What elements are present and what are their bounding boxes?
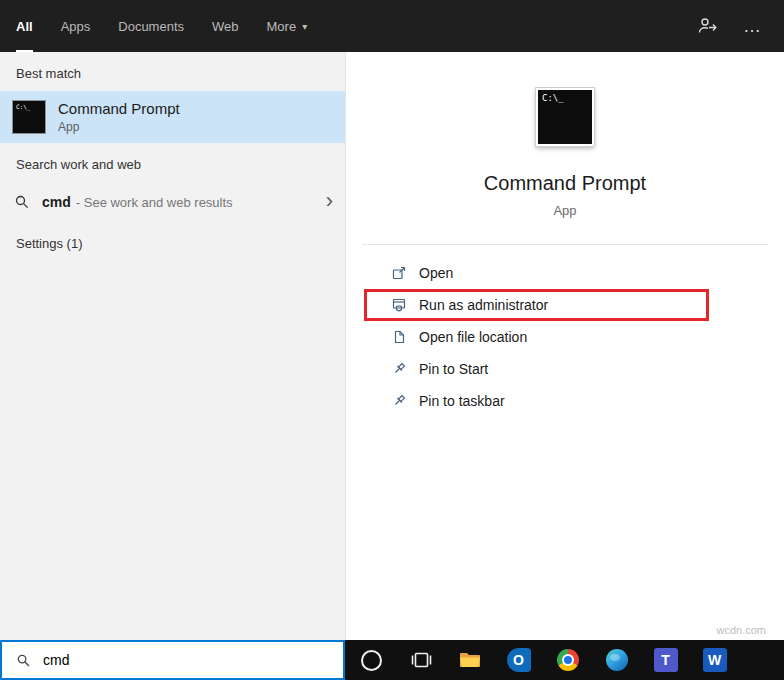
outlook-tile: O (507, 648, 531, 672)
best-match-subtitle: App (58, 120, 180, 134)
tab-documents-label: Documents (118, 19, 184, 34)
chrome-ball (557, 649, 579, 671)
action-open[interactable]: Open (364, 257, 709, 289)
word-tile: W (703, 648, 727, 672)
prompt-glyph: C:\_ (542, 93, 564, 103)
search-filter-bar: All Apps Documents Web More ▾ … (0, 0, 784, 52)
file-location-icon (391, 329, 407, 345)
tab-more-label: More (267, 19, 297, 34)
search-work-web-header: Search work and web (0, 143, 345, 182)
result-preview-panel: C:\_ Command Prompt App Open (345, 52, 784, 640)
action-open-file-location-label: Open file location (419, 329, 527, 345)
sign-in-user-icon[interactable] (697, 17, 717, 35)
teams-tile: T (654, 648, 678, 672)
tab-all-label: All (16, 19, 33, 34)
web-result-text: cmd- See work and web results (42, 194, 314, 210)
windows-taskbar: O T W (0, 640, 784, 680)
chevron-right-icon[interactable]: › (326, 190, 333, 215)
file-explorer-icon[interactable] (445, 640, 494, 680)
tab-documents[interactable]: Documents (118, 0, 184, 52)
taskbar-search-input[interactable] (43, 652, 283, 668)
open-launch-icon (391, 265, 407, 281)
action-open-file-location[interactable]: Open file location (364, 321, 709, 353)
command-prompt-icon: C:\_ (12, 100, 46, 134)
search-icon (14, 194, 30, 210)
ellipsis-menu-icon[interactable]: … (743, 17, 762, 35)
web-search-result-cmd[interactable]: cmd- See work and web results › (0, 182, 345, 222)
taskbar-icons: O T W (345, 640, 739, 680)
task-view-icon[interactable] (396, 640, 445, 680)
tab-web-label: Web (212, 19, 239, 34)
search-icon (16, 653, 31, 668)
preview-divider (362, 244, 768, 245)
tab-apps-label: Apps (61, 19, 91, 34)
command-prompt-icon-large: C:\_ (536, 88, 594, 146)
pin-icon (391, 361, 407, 377)
taskbar-search-box[interactable] (0, 640, 345, 680)
tab-web[interactable]: Web (212, 0, 239, 52)
web-result-hint: - See work and web results (76, 195, 233, 210)
best-match-result-command-prompt[interactable]: C:\_ Command Prompt App (0, 91, 345, 143)
best-match-text: Command Prompt App (58, 100, 180, 134)
filter-tabs: All Apps Documents Web More ▾ (0, 0, 307, 52)
action-run-as-administrator-label: Run as administrator (419, 297, 548, 313)
best-match-title: Command Prompt (58, 100, 180, 117)
action-pin-to-start-label: Pin to Start (419, 361, 488, 377)
admin-shield-icon (391, 297, 407, 313)
cortana-circle (361, 650, 382, 671)
search-results-panel: Best match C:\_ Command Prompt App Searc… (0, 52, 345, 640)
action-pin-to-taskbar-label: Pin to taskbar (419, 393, 505, 409)
tab-more[interactable]: More ▾ (267, 0, 308, 52)
chevron-down-icon: ▾ (302, 21, 307, 32)
folder-glyph (458, 648, 482, 672)
web-result-query: cmd (42, 194, 71, 210)
pin-icon (391, 393, 407, 409)
app-preview: C:\_ Command Prompt App (346, 52, 784, 218)
topbar-right-icons: … (697, 0, 784, 52)
word-icon[interactable]: W (690, 640, 739, 680)
action-pin-to-taskbar[interactable]: Pin to taskbar (364, 385, 709, 417)
settings-header: Settings (1) (0, 222, 345, 261)
action-pin-to-start[interactable]: Pin to Start (364, 353, 709, 385)
preview-app-subtitle: App (346, 203, 784, 218)
tab-all[interactable]: All (16, 0, 33, 52)
prompt-glyph: C:\_ (16, 103, 30, 110)
chrome-icon[interactable] (543, 640, 592, 680)
context-actions-list: Open Run as administrator Open file loca… (346, 257, 784, 417)
teams-icon[interactable]: T (641, 640, 690, 680)
best-match-header: Best match (0, 52, 345, 91)
action-open-label: Open (419, 265, 453, 281)
cortana-icon[interactable] (347, 640, 396, 680)
tab-apps[interactable]: Apps (61, 0, 91, 52)
edge-icon[interactable] (592, 640, 641, 680)
action-run-as-administrator[interactable]: Run as administrator (364, 289, 709, 321)
edge-ball (606, 649, 628, 671)
preview-app-title: Command Prompt (346, 172, 784, 195)
outlook-icon[interactable]: O (494, 640, 543, 680)
task-view-glyph (409, 648, 433, 672)
